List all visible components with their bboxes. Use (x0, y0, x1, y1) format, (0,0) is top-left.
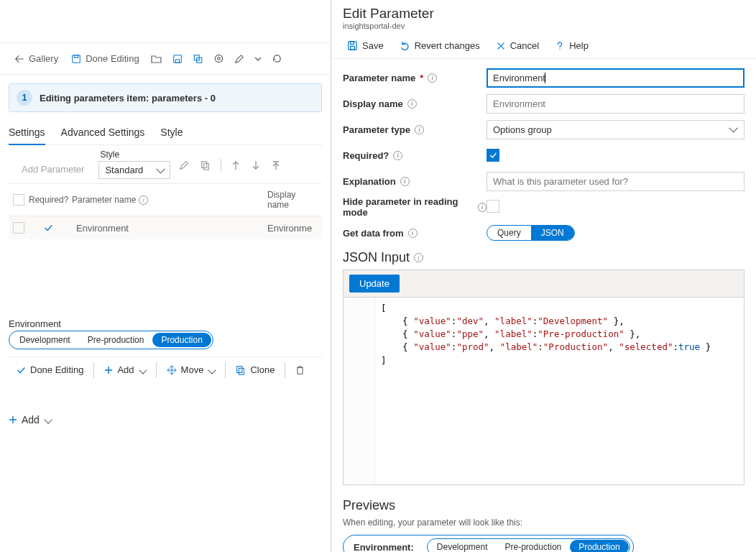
undo-icon (400, 40, 410, 51)
top-spacer (0, 0, 331, 43)
edit-row-button[interactable] (175, 155, 193, 176)
main-toolbar: Gallery Done Editing (0, 43, 331, 75)
preview-label: Environment: (354, 542, 414, 553)
add-parameter-button[interactable]: Add Parameter (11, 160, 94, 179)
copy-icon-button[interactable] (188, 48, 208, 70)
json-input-box: Update [ { "value":"dev", "label":"Devel… (343, 270, 745, 485)
text-cursor (545, 73, 548, 83)
gallery-button[interactable]: Gallery (9, 48, 64, 70)
data-source-query[interactable]: Query (487, 226, 531, 240)
cancel-button[interactable]: Cancel (489, 36, 546, 55)
param-table-header: Required? Parameter namei Display name (9, 183, 322, 216)
chevron-down-icon (139, 366, 147, 374)
tab-settings[interactable]: Settings (9, 121, 45, 145)
json-input-header: JSON Inputi (343, 250, 745, 265)
separator (156, 362, 157, 378)
checkmark-icon (489, 151, 497, 160)
select-all-checkbox[interactable] (13, 194, 24, 206)
settings-icon-button[interactable] (209, 48, 229, 70)
add-item-footer[interactable]: Add (9, 411, 51, 428)
style-value: Standard (105, 165, 143, 175)
item-action-bar: Done Editing Add Move Clone (9, 356, 322, 382)
svg-rect-12 (349, 42, 356, 50)
save-button[interactable]: Save (340, 36, 391, 55)
svg-rect-11 (239, 368, 244, 374)
svg-point-15 (559, 48, 560, 49)
separator (225, 362, 226, 378)
done-editing-button[interactable]: Done Editing (65, 48, 144, 70)
chevron-down-icon (208, 366, 216, 374)
preview-opt-development[interactable]: Development (428, 540, 497, 552)
copy-row-button[interactable] (196, 155, 215, 176)
move-down-button[interactable] (247, 155, 264, 176)
workbook-editor: Gallery Done Editing 1 Editin (0, 0, 331, 552)
explanation-input[interactable] (487, 172, 745, 191)
save-text: Save (362, 40, 384, 51)
diskette-icon (172, 54, 183, 64)
previews-header: Previews (343, 498, 745, 513)
svg-rect-9 (204, 163, 209, 170)
panel-command-bar: Save Revert changes Cancel Help (331, 33, 756, 59)
tab-advanced-settings[interactable]: Advanced Settings (61, 121, 145, 144)
panel-title: Edit Parameter (343, 6, 745, 22)
info-icon: i (393, 151, 402, 160)
param-name-input[interactable]: Environment (487, 68, 745, 88)
move-action[interactable]: Move (160, 362, 223, 378)
info-banner: 1 Editing parameters item: parameters - … (9, 83, 322, 112)
svg-rect-8 (202, 162, 207, 168)
param-toolbar: Add Parameter Style Standard (9, 145, 322, 183)
plus-icon (104, 366, 113, 374)
info-icon: i (428, 73, 437, 83)
clone-action[interactable]: Clone (229, 362, 282, 378)
panel-header: Edit Parameter insightsportal-dev (331, 0, 756, 33)
json-editor[interactable]: [ { "value":"dev", "label":"Development"… (344, 298, 744, 484)
hide-checkbox[interactable] (487, 200, 499, 213)
preview-opt-preproduction[interactable]: Pre-production (497, 540, 571, 552)
delete-action[interactable] (288, 362, 312, 378)
row-checkbox[interactable] (13, 222, 24, 234)
move-up-button[interactable] (227, 155, 244, 176)
revert-button[interactable]: Revert changes (392, 36, 487, 55)
json-content[interactable]: [ { "value":"dev", "label":"Development"… (375, 298, 714, 484)
style-select[interactable]: Standard (98, 161, 170, 179)
dropdown-caret[interactable] (250, 48, 266, 70)
param-type-select[interactable]: Options group (487, 120, 745, 139)
display-name-input[interactable] (487, 94, 745, 114)
move-top-button[interactable] (267, 155, 285, 176)
info-icon: i (400, 177, 410, 186)
help-button[interactable]: Help (548, 36, 596, 55)
editor-body: 1 Editing parameters item: parameters - … (0, 75, 331, 437)
param-type-value: Options group (493, 124, 552, 135)
info-icon: i (414, 253, 423, 262)
save-icon-button[interactable] (168, 48, 187, 70)
move-text: Move (181, 364, 204, 375)
close-icon (496, 41, 506, 51)
info-icon: i (407, 99, 417, 109)
required-checkbox[interactable] (487, 149, 499, 162)
environment-label: Environment (9, 318, 322, 329)
env-opt-preproduction[interactable]: Pre-production (79, 333, 153, 347)
add-footer-text: Add (22, 414, 40, 426)
col-display-name: Display name (267, 190, 318, 210)
preview-opt-production[interactable]: Production (570, 540, 628, 552)
save-icon (71, 54, 81, 64)
edit-icon-button[interactable] (230, 48, 249, 70)
data-source-json[interactable]: JSON (531, 226, 574, 240)
label-display-name: Display namei (343, 98, 487, 109)
json-toolbar: Update (344, 270, 744, 298)
edit-parameter-panel: Edit Parameter insightsportal-dev Save R… (331, 0, 756, 552)
style-label: Style (98, 150, 170, 160)
param-row[interactable]: Environment Environme (9, 216, 322, 239)
done-editing-action[interactable]: Done Editing (9, 362, 91, 378)
open-icon-button[interactable] (147, 48, 167, 70)
update-button[interactable]: Update (349, 275, 400, 293)
clone-icon (236, 365, 246, 375)
label-hide: Hide parameter in reading modei (343, 196, 487, 218)
env-opt-production[interactable]: Production (152, 333, 211, 347)
env-opt-development[interactable]: Development (11, 333, 79, 347)
environment-options: Development Pre-production Production (9, 331, 213, 349)
refresh-icon-button[interactable] (267, 48, 287, 70)
svg-rect-14 (351, 42, 354, 45)
tab-style[interactable]: Style (160, 121, 183, 144)
add-action[interactable]: Add (97, 362, 152, 378)
